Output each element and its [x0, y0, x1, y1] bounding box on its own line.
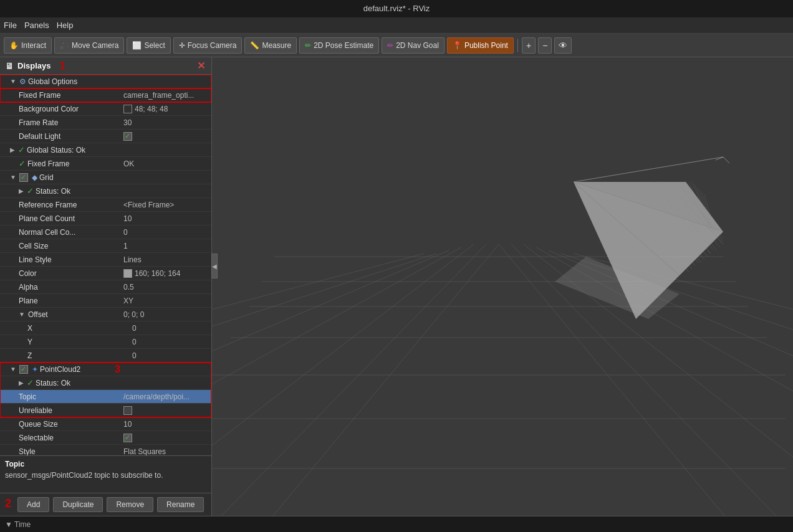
menu-panels[interactable]: Panels — [24, 21, 49, 30]
style-value: Flat Squares — [123, 447, 166, 456]
line-style-value: Lines — [123, 255, 142, 264]
reference-frame-row[interactable]: Reference Frame <Fixed Frame> — [0, 198, 211, 212]
pc2-status-row[interactable]: ▶ ✓ Status: Ok — [0, 376, 211, 390]
global-options-row[interactable]: ▼ ⚙ Global Options — [0, 75, 211, 88]
global-options-expand[interactable]: ▼ — [10, 78, 16, 85]
offset-expand[interactable]: ▼ — [19, 311, 25, 318]
interact-button[interactable]: ✋ Interact — [4, 37, 52, 54]
selectable-label: Selectable — [19, 434, 54, 442]
add-display-button[interactable]: + — [522, 37, 536, 54]
pointcloud2-checkbox[interactable] — [19, 365, 28, 374]
color-swatch — [123, 269, 132, 278]
cell-size-label: Cell Size — [19, 242, 48, 250]
grid-expand[interactable]: ▼ — [10, 174, 16, 181]
queue-size-label: Queue Size — [19, 420, 58, 429]
frame-rate-row[interactable]: Frame Rate 30 — [0, 116, 211, 130]
reference-frame-label: Reference Frame — [19, 201, 77, 209]
grid-checkbox[interactable] — [19, 173, 28, 182]
offset-z-label: Z — [27, 351, 32, 360]
queue-size-row[interactable]: Queue Size 10 — [0, 417, 211, 431]
offset-row[interactable]: ▼ Offset 0; 0; 0 — [0, 308, 211, 321]
title-bar: default.rviz* - RViz — [0, 0, 793, 17]
close-displays-button[interactable]: ✕ — [196, 60, 206, 72]
color-label: Color — [19, 269, 37, 278]
add-button[interactable]: Add — [17, 497, 49, 512]
topic-row[interactable]: Topic /camera/depth/poi... — [0, 390, 211, 404]
global-options-label: Global Options — [28, 77, 77, 86]
line-style-row[interactable]: Line Style Lines — [0, 253, 211, 267]
cell-size-row[interactable]: Cell Size 1 — [0, 239, 211, 253]
bg-color-row[interactable]: Background Color 48; 48; 48 — [0, 102, 211, 116]
fixed-frame-value: camera_frame_opti... — [123, 91, 194, 100]
pc2-status-expand[interactable]: ▶ — [19, 379, 24, 386]
menu-help[interactable]: Help — [57, 21, 74, 30]
bg-color-swatch — [123, 105, 132, 113]
grid-row[interactable]: ▼ ◆ Grid — [0, 171, 211, 184]
grid-status-check: ✓ — [27, 186, 34, 196]
color-row[interactable]: Color 160; 160; 164 — [0, 267, 211, 280]
annotation-1: 1 — [59, 60, 65, 72]
alpha-value: 0.5 — [123, 283, 134, 292]
global-status-row[interactable]: ▶ ✓ Global Status: Ok — [0, 143, 211, 157]
unreliable-label: Unreliable — [19, 406, 52, 415]
offset-y-value: 0 — [132, 338, 137, 346]
plane-cell-count-row[interactable]: Plane Cell Count 10 — [0, 212, 211, 226]
pointcloud2-expand[interactable]: ▼ — [10, 366, 16, 373]
pc2-status-check: ✓ — [27, 378, 34, 387]
status-bar: ▼ Time — [0, 516, 793, 532]
topic-value: /camera/depth/poi... — [123, 392, 190, 401]
focus-camera-button[interactable]: ✛ Focus Camera — [173, 37, 243, 54]
remove-button[interactable]: Remove — [107, 497, 153, 512]
menu-file[interactable]: File — [4, 21, 17, 30]
pointcloud2-section: ▼ ✦ PointCloud2 3 ▶ ✓ Status: Ok — [0, 363, 211, 417]
collapse-handle[interactable]: ◀ — [211, 254, 218, 278]
main-content: 🖥 Displays 1 ✕ ▼ ⚙ Global Options Fixed … — [0, 57, 793, 516]
remove-display-button[interactable]: − — [538, 37, 552, 54]
selectable-checkbox[interactable] — [123, 434, 132, 442]
menu-bar: File Panels Help — [0, 17, 793, 34]
default-light-checkbox[interactable] — [123, 132, 132, 141]
queue-size-value: 10 — [123, 420, 132, 429]
publish-point-button[interactable]: 📍 Publish Point — [447, 37, 514, 54]
rename-button[interactable]: Rename — [157, 497, 204, 512]
pointcloud2-icon: ✦ — [32, 365, 38, 374]
grid-status-expand[interactable]: ▶ — [19, 188, 24, 194]
color-value: 160; 160; 164 — [135, 269, 180, 278]
annotation-3: 3 — [115, 364, 120, 375]
fixed-frame-row[interactable]: Fixed Frame camera_frame_opti... — [0, 88, 211, 102]
select-button[interactable]: ⬜ Select — [127, 37, 170, 54]
annotation-2: 2 — [5, 497, 11, 512]
offset-y-row[interactable]: Y 0 — [0, 335, 211, 349]
measure-button[interactable]: 📏 Measure — [244, 37, 297, 54]
normal-cell-count-row[interactable]: Normal Cell Co... 0 — [0, 226, 211, 239]
offset-x-row[interactable]: X 0 — [0, 321, 211, 335]
tree-panel[interactable]: ▼ ⚙ Global Options Fixed Frame camera_fr… — [0, 75, 211, 455]
unreliable-checkbox[interactable] — [123, 406, 132, 415]
grid-status-row[interactable]: ▶ ✓ Status: Ok — [0, 184, 211, 198]
displays-header: 🖥 Displays 1 ✕ — [0, 57, 211, 75]
fixed-frame-status-row[interactable]: ✓ Fixed Frame OK — [0, 157, 211, 171]
plane-row[interactable]: Plane XY — [0, 294, 211, 308]
view-button[interactable]: 👁 — [554, 37, 572, 54]
selectable-row[interactable]: Selectable — [0, 431, 211, 445]
default-light-label: Default Light — [19, 132, 60, 141]
unreliable-row[interactable]: Unreliable — [0, 404, 211, 417]
grid-icon: ◆ — [32, 173, 37, 182]
interact-icon: ✋ — [9, 41, 19, 50]
topic-label: Topic — [19, 392, 36, 401]
global-status-expand[interactable]: ▶ — [10, 146, 15, 153]
default-light-row[interactable]: Default Light — [0, 130, 211, 143]
style-row[interactable]: Style Flat Squares — [0, 445, 211, 455]
line-style-label: Line Style — [19, 255, 52, 264]
plane-cell-count-value: 10 — [123, 214, 132, 223]
description-text: sensor_msgs/PointCloud2 topic to subscri… — [5, 471, 206, 480]
duplicate-button[interactable]: Duplicate — [53, 497, 103, 512]
alpha-row[interactable]: Alpha 0.5 — [0, 280, 211, 294]
viewport[interactable] — [212, 57, 793, 516]
move-camera-button[interactable]: 🎥 Move Camera — [54, 37, 124, 54]
nav-goal-button[interactable]: ✏ 2D Nav Goal — [382, 37, 445, 54]
pointcloud2-row[interactable]: ▼ ✦ PointCloud2 3 — [0, 363, 211, 376]
pose-estimate-button[interactable]: ✏ 2D Pose Estimate — [299, 37, 379, 54]
global-options-icon: ⚙ — [19, 77, 26, 86]
offset-z-row[interactable]: Z 0 — [0, 349, 211, 363]
